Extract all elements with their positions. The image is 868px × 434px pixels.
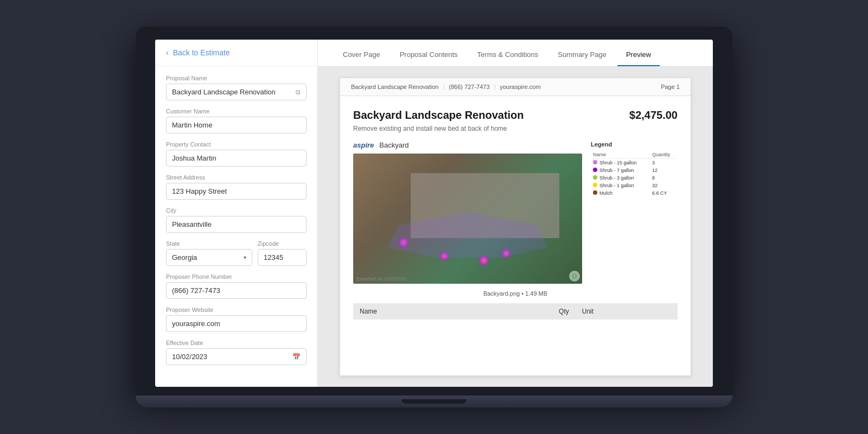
bed-overlay bbox=[353, 154, 582, 284]
customer-name-label: Customer Name bbox=[166, 108, 307, 114]
state-group: State Georgia ▾ bbox=[166, 240, 252, 266]
zipcode-value: 12345 bbox=[264, 253, 283, 261]
legend-row: Shrub - 3 gallon 8 bbox=[591, 174, 678, 182]
website-value: youraspire.com bbox=[172, 320, 220, 328]
tab-preview[interactable]: Preview bbox=[617, 44, 660, 66]
legend-item-name: Mulch bbox=[591, 189, 650, 197]
legend-item-qty: 8 bbox=[650, 174, 678, 182]
copy-icon: ⧉ bbox=[296, 88, 301, 96]
legend-item-name: Shrub - 1 gallon bbox=[591, 182, 650, 189]
legend-name-header: Name bbox=[591, 151, 650, 159]
proposal-name-group: Proposal Name Backyard Landscape Renovat… bbox=[166, 75, 307, 100]
state-select[interactable]: Georgia ▾ bbox=[166, 249, 252, 266]
legend-item-name: Shrub - 7 gallon bbox=[591, 167, 650, 174]
legend-dot bbox=[593, 168, 597, 172]
street-address-label: Street Address bbox=[166, 174, 307, 181]
legend-item-qty: 6.6 CY bbox=[650, 189, 678, 197]
screen-bezel: ‹ Back to Estimate Proposal Name Backyar… bbox=[136, 27, 732, 395]
state-zip-row: State Georgia ▾ Zipcode 12345 bbox=[166, 240, 307, 266]
proposal-description: Remove existing and install new bed at b… bbox=[353, 125, 678, 132]
app-container: ‹ Back to Estimate Proposal Name Backyar… bbox=[155, 40, 713, 387]
page-content: Backyard Landscape Renovation $2,475.00 … bbox=[340, 96, 691, 328]
legend-dot bbox=[593, 175, 597, 180]
customer-name-input[interactable]: Martin Home bbox=[166, 117, 307, 133]
city-value: Pleasantville bbox=[172, 220, 212, 228]
legend-dot bbox=[593, 190, 597, 195]
chevron-down-icon: ▾ bbox=[244, 254, 246, 260]
street-address-input[interactable]: 123 Happy Street bbox=[166, 183, 307, 200]
city-input[interactable]: Pleasantville bbox=[166, 216, 307, 233]
legend-section: Legend Name Quantity bbox=[591, 141, 678, 284]
map-container: aspire Backyard bbox=[353, 141, 582, 284]
legend-dot bbox=[593, 160, 597, 164]
zipcode-label: Zipcode bbox=[258, 240, 307, 247]
header-phone: (866) 727-7473 bbox=[449, 84, 489, 90]
tab-cover-page[interactable]: Cover Page bbox=[334, 44, 389, 66]
legend-row: Mulch 6.6 CY bbox=[591, 189, 678, 197]
tab-summary-page[interactable]: Summary Page bbox=[549, 44, 615, 66]
table-header-qty: Qty bbox=[480, 303, 576, 320]
aspire-logo: aspire bbox=[353, 141, 374, 149]
property-contact-group: Property Contact Joshua Martin bbox=[166, 141, 307, 167]
proposal-name-label: Proposal Name bbox=[166, 75, 307, 81]
street-address-group: Street Address 123 Happy Street bbox=[166, 174, 307, 200]
items-table: Name Qty Unit bbox=[353, 303, 678, 320]
customer-name-group: Customer Name Martin Home bbox=[166, 108, 307, 133]
tab-terms-conditions[interactable]: Terms & Conditions bbox=[469, 44, 547, 66]
page-number: Page 1 bbox=[661, 84, 680, 90]
phone-label: Proposer Phone Number bbox=[166, 273, 307, 280]
laptop-screen: ‹ Back to Estimate Proposal Name Backyar… bbox=[155, 40, 713, 387]
city-group: City Pleasantville bbox=[166, 207, 307, 233]
tab-bar: Cover Page Proposal Contents Terms & Con… bbox=[318, 40, 713, 67]
table-header-name: Name bbox=[353, 303, 480, 320]
customer-name-value: Martin Home bbox=[172, 121, 212, 129]
zipcode-input[interactable]: 12345 bbox=[258, 249, 307, 266]
legend-item-qty: 3 bbox=[650, 159, 678, 167]
laptop-notch bbox=[401, 399, 467, 404]
proposal-name-input[interactable]: Backyard Landscape Renovation ⧉ bbox=[166, 84, 307, 100]
watermark-icon: Y bbox=[571, 273, 578, 279]
map-section: aspire Backyard bbox=[353, 141, 678, 284]
property-contact-label: Property Contact bbox=[166, 141, 307, 148]
legend-row: Shrub - 1 gallon 32 bbox=[591, 182, 678, 189]
state-value: Georgia bbox=[172, 253, 197, 261]
image-caption: Backyard.png • 1.49 MB bbox=[353, 290, 678, 297]
back-nav[interactable]: ‹ Back to Estimate bbox=[155, 40, 317, 66]
state-label: State bbox=[166, 240, 252, 247]
map-name: Backyard bbox=[379, 141, 409, 149]
separator-1: | bbox=[443, 84, 444, 90]
phone-input[interactable]: (866) 727-7473 bbox=[166, 282, 307, 299]
header-website: youraspire.com bbox=[500, 84, 540, 90]
effective-date-input[interactable]: 10/02/2023 📅 bbox=[166, 348, 307, 365]
legend-title: Legend bbox=[591, 141, 678, 148]
tab-proposal-contents[interactable]: Proposal Contents bbox=[391, 44, 467, 66]
preview-page: Backyard Landscape Renovation | (866) 72… bbox=[340, 78, 691, 376]
zip-group: Zipcode 12345 bbox=[258, 240, 307, 266]
website-label: Proposer Website bbox=[166, 307, 307, 313]
legend-item-name: Shrub - 15 gallon bbox=[591, 159, 650, 167]
legend-table: Name Quantity Shrub - 15 gallon 3 bbox=[591, 151, 678, 197]
laptop-base bbox=[136, 395, 732, 407]
proposal-title-row: Backyard Landscape Renovation $2,475.00 bbox=[353, 109, 678, 122]
separator-2: | bbox=[494, 84, 496, 90]
export-label: Exported on 10/2/2023 bbox=[356, 276, 406, 282]
property-contact-input[interactable]: Joshua Martin bbox=[166, 150, 307, 167]
website-input[interactable]: youraspire.com bbox=[166, 315, 307, 332]
back-arrow-icon: ‹ bbox=[166, 48, 169, 57]
property-contact-value: Joshua Martin bbox=[172, 154, 216, 162]
proposal-title: Backyard Landscape Renovation bbox=[353, 109, 524, 122]
effective-date-label: Effective Date bbox=[166, 340, 307, 346]
effective-date-group: Effective Date 10/02/2023 📅 bbox=[166, 340, 307, 365]
svg-text:Y: Y bbox=[573, 275, 576, 278]
effective-date-value: 10/02/2023 bbox=[172, 353, 207, 361]
map-image: Exported on 10/2/2023 Y bbox=[353, 154, 582, 284]
phone-value: (866) 727-7473 bbox=[172, 286, 220, 295]
legend-item-qty: 32 bbox=[650, 182, 678, 189]
legend-item-qty: 12 bbox=[650, 167, 678, 174]
sidebar: ‹ Back to Estimate Proposal Name Backyar… bbox=[155, 40, 318, 387]
legend-dot bbox=[593, 183, 597, 187]
legend-item-name: Shrub - 3 gallon bbox=[591, 174, 650, 182]
map-watermark: Y bbox=[569, 271, 580, 282]
website-group: Proposer Website youraspire.com bbox=[166, 307, 307, 332]
svg-marker-0 bbox=[387, 212, 547, 258]
